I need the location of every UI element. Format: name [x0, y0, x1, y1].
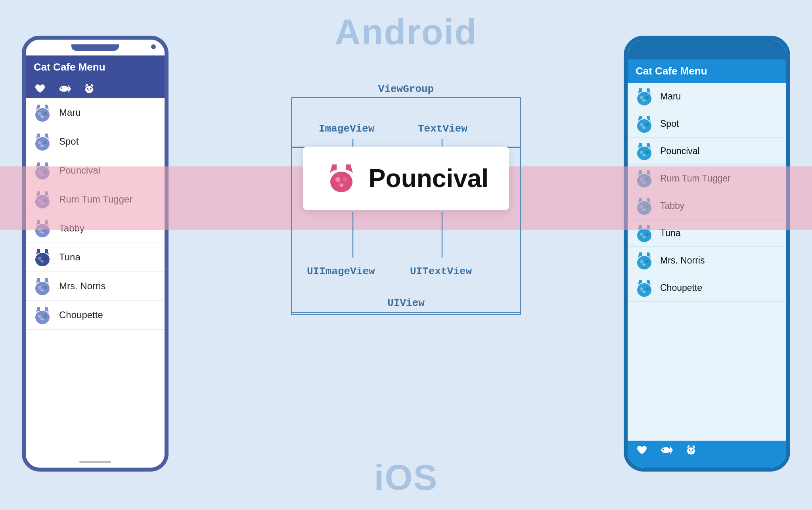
svg-point-95: [690, 451, 691, 452]
svg-point-38: [35, 282, 50, 295]
viewgroup-label: ViewGroup: [378, 83, 434, 95]
cat-avatar: [32, 276, 53, 296]
svg-point-73: [637, 229, 651, 242]
ios-phone: Cat Cafe Menu Maru Spot Pouncival: [624, 36, 790, 472]
svg-point-48: [637, 92, 651, 105]
android-cat-item[interactable]: Mrs. Norris: [26, 272, 165, 301]
svg-point-100: [330, 172, 352, 192]
svg-point-0: [59, 86, 69, 92]
svg-point-88: [661, 447, 670, 453]
center-card: Pouncival: [303, 147, 509, 210]
svg-point-54: [640, 123, 643, 126]
android-notch: [26, 40, 165, 55]
svg-point-57: [642, 126, 644, 128]
svg-point-9: [38, 112, 41, 115]
svg-point-43: [35, 311, 50, 324]
cat-avatar: [32, 102, 53, 123]
svg-point-14: [38, 141, 41, 144]
center-cat-icon: [324, 160, 359, 196]
svg-point-39: [38, 286, 41, 289]
ios-cat-item[interactable]: Pouncival: [628, 138, 786, 165]
cat-name: Maru: [59, 107, 81, 118]
ios-nav-bar: [628, 441, 786, 460]
svg-point-59: [640, 151, 643, 154]
uiimageview-label: UIImageView: [307, 266, 375, 277]
svg-point-42: [40, 289, 42, 291]
heart-icon[interactable]: [34, 82, 46, 95]
svg-point-2: [61, 87, 62, 89]
ios-heart-icon[interactable]: [636, 444, 648, 457]
android-cat-item[interactable]: Maru: [26, 98, 165, 127]
ios-cat-avatar: [634, 141, 655, 161]
svg-point-3: [85, 86, 93, 93]
ios-cat-item[interactable]: Mrs. Norris: [628, 247, 786, 274]
ios-cat-name: Mrs. Norris: [660, 255, 705, 266]
svg-point-74: [640, 233, 643, 236]
cat-nav-icon[interactable]: [83, 82, 96, 95]
android-cat-item[interactable]: Choupette: [26, 301, 165, 330]
svg-point-91: [687, 447, 695, 455]
android-nav-bar: [26, 79, 165, 98]
cat-avatar: [32, 305, 53, 325]
ios-cat-item[interactable]: Spot: [628, 110, 786, 138]
svg-point-4: [87, 88, 88, 90]
svg-point-47: [40, 318, 42, 320]
svg-point-7: [88, 90, 89, 91]
svg-point-78: [637, 256, 651, 269]
svg-point-8: [35, 108, 50, 122]
android-cat-item[interactable]: Tuna: [26, 243, 165, 272]
android-home-bar: [26, 456, 165, 468]
svg-point-33: [35, 253, 50, 266]
svg-point-49: [640, 96, 643, 99]
cat-name: Choupette: [59, 309, 103, 321]
svg-point-13: [35, 137, 50, 151]
svg-point-87: [642, 290, 644, 292]
svg-point-80: [645, 260, 649, 263]
cat-name: Spot: [59, 136, 79, 147]
svg-point-102: [343, 177, 347, 182]
ios-cat-avatar: [634, 86, 655, 107]
ios-cat-item[interactable]: Choupette: [628, 274, 786, 302]
svg-point-15: [44, 141, 47, 144]
svg-point-37: [40, 260, 42, 262]
ios-cat-name: Spot: [660, 118, 679, 129]
android-title-bar: Cat Cafe Menu: [26, 55, 165, 79]
svg-point-60: [645, 151, 649, 154]
svg-point-62: [642, 154, 644, 156]
textview-label: TextView: [418, 123, 467, 135]
svg-point-101: [335, 177, 340, 182]
center-card-name: Pouncival: [369, 164, 488, 193]
ios-app-title: Cat Cafe Menu: [636, 65, 707, 77]
cat-name: Mrs. Norris: [59, 281, 105, 292]
svg-point-5: [90, 88, 92, 90]
android-cat-item[interactable]: Spot: [26, 127, 165, 156]
fish-icon[interactable]: [58, 82, 71, 95]
svg-point-34: [38, 257, 41, 260]
svg-point-53: [637, 119, 651, 133]
svg-point-90: [663, 449, 664, 450]
svg-point-79: [640, 260, 643, 263]
ios-title-bar: Cat Cafe Menu: [628, 59, 786, 83]
ios-notch-cutout: [679, 46, 735, 57]
cat-avatar: [32, 131, 53, 152]
svg-point-44: [38, 315, 41, 318]
ios-fish-icon[interactable]: [660, 444, 673, 457]
ios-cat-nav-icon[interactable]: [685, 444, 697, 457]
ios-cat-name: Pouncival: [660, 146, 700, 157]
svg-marker-1: [68, 85, 71, 93]
ios-content: Maru Spot Pouncival Rum Tum Tugger: [628, 83, 786, 441]
uiview-label: UIView: [387, 297, 425, 309]
ios-label: iOS: [374, 457, 438, 498]
svg-point-35: [44, 257, 47, 260]
cat-name: Tuna: [59, 252, 80, 263]
svg-point-84: [640, 287, 643, 290]
svg-point-93: [692, 449, 693, 451]
ios-cat-name: Choupette: [660, 283, 702, 293]
ios-bottom-bar: [628, 460, 786, 468]
ios-cat-avatar: [634, 250, 655, 271]
ios-cat-avatar: [634, 277, 655, 298]
ios-cat-avatar: [634, 113, 655, 134]
ios-cat-item[interactable]: Maru: [628, 83, 786, 110]
svg-point-55: [645, 123, 649, 126]
svg-point-10: [44, 112, 47, 115]
